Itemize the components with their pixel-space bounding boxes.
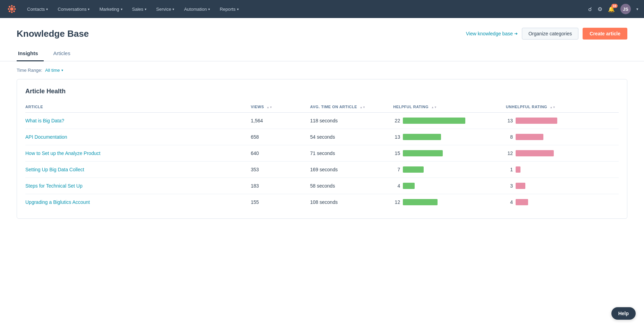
helpful-num: 12 <box>393 199 400 205</box>
avgtime-cell: 169 seconds <box>310 162 393 178</box>
helpful-cell: 15 <box>393 145 506 162</box>
tab-articles[interactable]: Articles <box>52 47 76 61</box>
table-row: What is Big Data? 1,564 118 seconds 22 1… <box>25 113 619 129</box>
unhelpful-bar <box>516 134 543 140</box>
search-icon[interactable]: ☌ <box>588 6 592 12</box>
sort-icon: ▲▼ <box>266 106 272 109</box>
chevron-down-icon: ▾ <box>88 7 90 11</box>
sort-icon: ▲▼ <box>360 106 366 109</box>
tab-insights[interactable]: Insights <box>17 47 44 61</box>
chevron-down-icon: ▾ <box>237 7 239 11</box>
article-link[interactable]: Steps for Technical Set Up <box>25 183 83 189</box>
svg-point-1 <box>11 5 13 7</box>
organize-categories-button[interactable]: Organize categories <box>522 28 578 40</box>
nav-reports[interactable]: Reports ▾ <box>215 0 244 18</box>
unhelpful-num: 13 <box>506 118 513 123</box>
nav-service[interactable]: Service ▾ <box>151 0 179 18</box>
svg-point-3 <box>8 8 10 10</box>
sort-icon: ▲▼ <box>431 106 437 109</box>
table-row: API Documentation 658 54 seconds 13 8 <box>25 129 619 145</box>
svg-point-8 <box>13 6 15 8</box>
unhelpful-num: 8 <box>506 134 513 140</box>
nav-contacts[interactable]: Contacts ▾ <box>22 0 53 18</box>
filters-bar: Time Range: All time ▾ <box>0 61 644 79</box>
article-link[interactable]: What is Big Data? <box>25 118 64 123</box>
unhelpful-bar <box>516 118 557 124</box>
avatar[interactable]: JS <box>620 4 631 14</box>
chevron-down-icon: ▾ <box>208 7 210 11</box>
helpful-bar <box>403 134 441 140</box>
table-row: Setting Up Big Data Collect 353 169 seco… <box>25 162 619 178</box>
views-cell: 183 <box>251 178 310 194</box>
avgtime-cell: 58 seconds <box>310 178 393 194</box>
helpful-bar <box>403 118 465 124</box>
nav-items: Contacts ▾ Conversations ▾ Marketing ▾ S… <box>22 0 588 18</box>
article-link[interactable]: API Documentation <box>25 134 67 140</box>
views-cell: 1,564 <box>251 113 310 129</box>
col-header-views[interactable]: Views ▲▼ <box>251 102 310 113</box>
nav-conversations[interactable]: Conversations ▾ <box>53 0 94 18</box>
nav-right: ☌ ⚙ 🔔 16 JS ▾ <box>588 4 638 14</box>
article-link[interactable]: Setting Up Big Data Collect <box>25 167 84 172</box>
page-header: Knowledge Base View knowledge base ➔ Org… <box>0 18 644 40</box>
unhelpful-cell: 13 <box>506 113 619 129</box>
helpful-cell: 22 <box>393 113 506 129</box>
chevron-down-icon: ▾ <box>121 7 122 11</box>
col-header-avgtime[interactable]: Avg. Time On Article ▲▼ <box>310 102 393 113</box>
unhelpful-num: 4 <box>506 199 513 205</box>
helpful-bar <box>403 183 415 189</box>
nav-automation[interactable]: Automation ▾ <box>179 0 215 18</box>
chevron-down-icon[interactable]: ▾ <box>636 7 638 11</box>
helpful-cell: 13 <box>393 129 506 145</box>
nav-marketing[interactable]: Marketing ▾ <box>94 0 127 18</box>
unhelpful-cell: 8 <box>506 129 619 145</box>
svg-point-0 <box>10 7 14 11</box>
svg-point-2 <box>11 11 13 13</box>
article-health-card: Article Health Article Views ▲▼ Avg. Tim… <box>17 79 627 219</box>
chevron-down-icon: ▾ <box>61 68 63 72</box>
views-cell: 640 <box>251 145 310 162</box>
tabs: Insights Articles <box>0 46 644 61</box>
hubspot-logo[interactable] <box>6 3 18 15</box>
chevron-down-icon: ▾ <box>145 7 146 11</box>
unhelpful-num: 12 <box>506 150 513 156</box>
helpful-num: 7 <box>393 167 400 172</box>
chevron-down-icon: ▾ <box>172 7 174 11</box>
avgtime-cell: 54 seconds <box>310 129 393 145</box>
notification-count: 16 <box>611 4 618 8</box>
helpful-num: 15 <box>393 150 400 156</box>
settings-icon[interactable]: ⚙ <box>598 6 602 12</box>
header-actions: View knowledge base ➔ Organize categorie… <box>466 28 627 40</box>
article-link[interactable]: How to Set up the Analyze Product <box>25 150 100 156</box>
view-knowledge-base-link[interactable]: View knowledge base ➔ <box>466 31 518 36</box>
col-header-article: Article <box>25 102 251 113</box>
time-range-label: Time Range: <box>17 68 42 73</box>
article-health-table: Article Views ▲▼ Avg. Time On Article ▲▼… <box>25 102 619 210</box>
unhelpful-bar <box>516 183 525 189</box>
table-row: Upgrading a Biglutics Account 155 108 se… <box>25 194 619 210</box>
sort-icon: ▲▼ <box>550 106 556 109</box>
helpful-cell: 12 <box>393 194 506 210</box>
notifications-button[interactable]: 🔔 16 <box>608 6 615 12</box>
helpful-bar <box>403 150 443 156</box>
unhelpful-bar <box>516 199 528 205</box>
col-header-helpful[interactable]: Helpful Rating ▲▼ <box>393 102 506 113</box>
time-range-dropdown[interactable]: All time ▾ <box>45 68 63 73</box>
table-row: Steps for Technical Set Up 183 58 second… <box>25 178 619 194</box>
views-cell: 658 <box>251 129 310 145</box>
helpful-num: 22 <box>393 118 400 123</box>
views-cell: 155 <box>251 194 310 210</box>
unhelpful-num: 3 <box>506 183 513 189</box>
help-button[interactable]: Help <box>611 307 636 320</box>
table-row: How to Set up the Analyze Product 640 71… <box>25 145 619 162</box>
create-article-button[interactable]: Create article <box>583 28 627 40</box>
unhelpful-bar <box>516 150 554 156</box>
col-header-unhelpful[interactable]: Unhelpful Rating ▲▼ <box>506 102 619 113</box>
nav-sales[interactable]: Sales ▾ <box>127 0 152 18</box>
svg-point-5 <box>9 6 10 8</box>
chevron-down-icon: ▾ <box>46 7 48 11</box>
external-link-icon: ➔ <box>514 31 518 36</box>
avgtime-cell: 118 seconds <box>310 113 393 129</box>
article-link[interactable]: Upgrading a Biglutics Account <box>25 199 90 205</box>
unhelpful-cell: 4 <box>506 194 619 210</box>
